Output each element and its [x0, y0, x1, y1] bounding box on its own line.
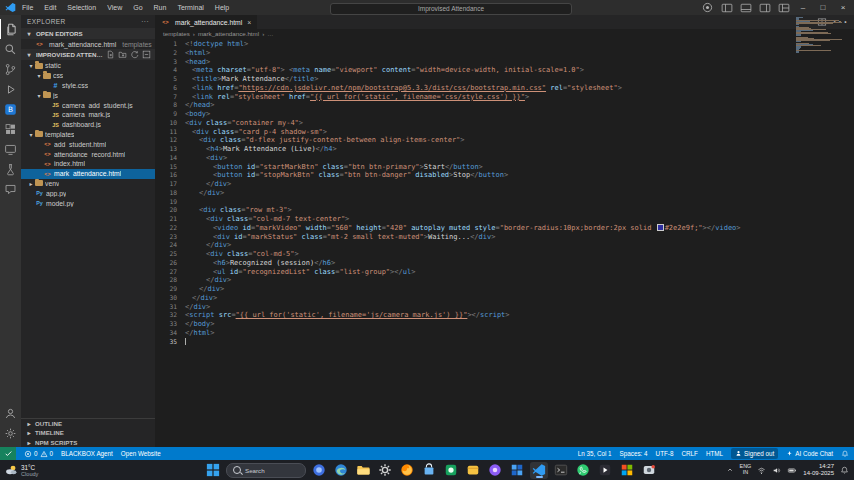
- volume-icon[interactable]: [772, 466, 781, 475]
- file-index-html[interactable]: <>index.html: [21, 159, 155, 169]
- file-model-py[interactable]: Pymodel.py: [21, 198, 155, 208]
- workspace-header[interactable]: ▾ IMPROVISED ATTENDANCE: [21, 49, 155, 60]
- hidden-icons-chevron[interactable]: [726, 466, 734, 474]
- menu-run[interactable]: Run: [154, 4, 167, 11]
- explorer-icon[interactable]: [0, 19, 22, 39]
- file-style-css[interactable]: #style.css: [21, 81, 155, 91]
- taskbar-app-vscode[interactable]: [530, 462, 548, 479]
- menu-file[interactable]: File: [22, 4, 33, 11]
- section-outline[interactable]: ▸OUTLINE: [21, 419, 155, 429]
- taskbar-app-file-explorer[interactable]: [354, 462, 372, 479]
- weather-widget[interactable]: 31°C Cloudy: [0, 464, 204, 477]
- file-mark-attendance-html[interactable]: <>mark_attendance.html: [21, 169, 155, 179]
- blackbox-icon[interactable]: B: [0, 99, 21, 119]
- file-camera-mark-js[interactable]: JScamera_mark.js: [21, 110, 155, 120]
- close-button[interactable]: ×: [836, 3, 850, 12]
- toggle-secondary-sidebar-icon[interactable]: [758, 1, 771, 14]
- ai-code-chat-status[interactable]: AI Code Chat: [786, 450, 833, 457]
- testing-icon[interactable]: [0, 159, 21, 179]
- menu-selection[interactable]: Selection: [67, 4, 96, 11]
- breadcrumb-item[interactable]: mark_attendance.html: [198, 30, 259, 37]
- minimap[interactable]: [796, 17, 846, 54]
- taskbar-search[interactable]: Search: [226, 463, 306, 478]
- maximize-button[interactable]: □: [816, 3, 830, 12]
- file-attendance-record-html[interactable]: <>attendance_record.html: [21, 149, 155, 159]
- menu-help[interactable]: Help: [215, 4, 229, 11]
- new-folder-icon[interactable]: [118, 50, 127, 59]
- breadcrumb-item[interactable]: templates: [163, 30, 190, 37]
- taskbar-app-firefox[interactable]: [398, 462, 416, 479]
- extensions-icon[interactable]: [0, 119, 21, 139]
- taskbar-app-office[interactable]: [618, 462, 636, 479]
- editor-area[interactable]: <> mark_attendance.html × ··· templates›…: [155, 15, 854, 447]
- taskbar-app-snipping[interactable]: [640, 462, 658, 479]
- section-npm-scripts[interactable]: ▸NPM SCRIPTS: [21, 438, 155, 448]
- notifications-bell-icon[interactable]: [841, 450, 849, 458]
- language-switcher[interactable]: ENG IN: [740, 464, 752, 475]
- file-dashboard-js[interactable]: JSdashboard.js: [21, 120, 155, 130]
- eol-indicator[interactable]: CRLF: [681, 450, 697, 457]
- file-add-student-html[interactable]: <>add_student.html: [21, 139, 155, 149]
- taskbar-app-copilot[interactable]: [310, 462, 328, 479]
- folder-css[interactable]: ▾css: [21, 71, 155, 81]
- menu-edit[interactable]: Edit: [44, 4, 56, 11]
- toggle-panel-icon[interactable]: [739, 1, 752, 14]
- section-timeline[interactable]: ▸TIMELINE: [21, 428, 155, 438]
- new-file-icon[interactable]: [106, 50, 115, 59]
- taskbar-app-whatsapp[interactable]: [574, 462, 592, 479]
- source-control-icon[interactable]: [0, 59, 21, 79]
- taskbar-app-store[interactable]: [420, 462, 438, 479]
- problems-indicator[interactable]: 0 0: [24, 450, 53, 458]
- tab-mark-attendance[interactable]: <> mark_attendance.html ×: [155, 15, 258, 29]
- minimize-button[interactable]: –: [796, 3, 810, 12]
- folder-js[interactable]: ▾js: [21, 90, 155, 100]
- folder-venv[interactable]: ▸venv: [21, 179, 155, 189]
- file-app-py[interactable]: Pyapp.py: [21, 188, 155, 198]
- wifi-icon[interactable]: [757, 466, 766, 475]
- menu-go[interactable]: Go: [133, 4, 142, 11]
- taskbar-app-edge[interactable]: [332, 462, 350, 479]
- encoding-indicator[interactable]: UTF-8: [656, 450, 674, 457]
- taskbar-app-widgets[interactable]: [508, 462, 526, 479]
- start-button[interactable]: [204, 462, 222, 479]
- open-editors-header[interactable]: ▾ OPEN EDITORS: [21, 28, 155, 39]
- window-title-search[interactable]: Improvised Attendance: [330, 3, 572, 15]
- signed-out-status[interactable]: Signed out: [731, 448, 778, 459]
- battery-icon[interactable]: [787, 466, 797, 475]
- refresh-icon[interactable]: [130, 50, 139, 59]
- chat-icon[interactable]: [0, 179, 21, 199]
- taskbar-app-media-player[interactable]: [486, 462, 504, 479]
- taskbar-app-terminal[interactable]: [552, 462, 570, 479]
- file-camera-add-student-js[interactable]: JScamera_add_student.js: [21, 100, 155, 110]
- taskbar-app-movies[interactable]: [596, 462, 614, 479]
- breadcrumb[interactable]: templates›mark_attendance.html›…: [155, 29, 854, 38]
- toggle-sidebar-icon[interactable]: [720, 1, 733, 14]
- customize-layout-icon[interactable]: [777, 1, 790, 14]
- indentation-indicator[interactable]: Spaces: 4: [620, 450, 648, 457]
- clock-widget[interactable]: 14:27 14-09-2025: [803, 463, 834, 477]
- copilot-titlebar-icon[interactable]: [701, 1, 714, 14]
- color-swatch[interactable]: [657, 224, 664, 231]
- remote-explorer-icon[interactable]: [0, 139, 21, 159]
- language-indicator[interactable]: HTML: [706, 450, 723, 457]
- taskbar-app-obs[interactable]: [442, 462, 460, 479]
- account-icon[interactable]: [0, 403, 21, 423]
- notification-center-icon[interactable]: [840, 466, 849, 475]
- folder-static[interactable]: ▾static: [21, 61, 155, 71]
- remote-indicator[interactable]: [0, 447, 16, 460]
- menu-view[interactable]: View: [107, 4, 122, 11]
- blackbox-agent-status[interactable]: BLACKBOX Agent: [61, 450, 113, 457]
- run-and-debug-icon[interactable]: [0, 79, 21, 99]
- taskbar-app-files[interactable]: [464, 462, 482, 479]
- search-icon[interactable]: [0, 39, 21, 59]
- close-tab-icon[interactable]: ×: [247, 19, 251, 26]
- folder-templates[interactable]: ▾templates: [21, 130, 155, 140]
- open-website-status[interactable]: Open Website: [121, 450, 161, 457]
- breadcrumb-item[interactable]: …: [267, 30, 273, 37]
- open-editor-item[interactable]: <>mark_attendance.htmltemplates: [21, 39, 155, 49]
- collapse-all-icon[interactable]: [142, 50, 151, 59]
- taskbar-app-settings-app[interactable]: [376, 462, 394, 479]
- menu-terminal[interactable]: Terminal: [177, 4, 203, 11]
- explorer-more-icon[interactable]: ···: [141, 18, 149, 25]
- settings-icon[interactable]: [0, 423, 21, 443]
